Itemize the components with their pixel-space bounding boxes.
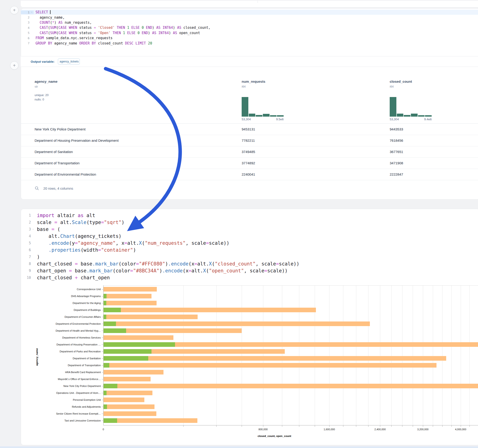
code-line[interactable]: 3 COUNT(*) AS num_requests, (21, 20, 478, 25)
code-line[interactable]: 9chart_open = base.mark_bar(color="#8BC3… (22, 267, 478, 274)
x-axis-tick (242, 425, 242, 427)
code-text: base = ( (35, 227, 60, 232)
bar-closed-count (104, 411, 156, 416)
column-header-agency-name[interactable]: agency_name str unique: 20 nulls: 0 (35, 80, 57, 101)
add-cell-button-top[interactable]: + (10, 6, 19, 14)
code-line[interactable]: 5 CAST(SUM(CASE WHEN status = 'Open' THE… (21, 31, 478, 36)
histogram-bar (256, 115, 262, 117)
output-variable-label: Output variable: (31, 60, 55, 63)
y-axis-category-label: Department of Homeless Services (31, 336, 101, 339)
column-name: num_requests (242, 80, 265, 83)
sql-code-editor[interactable]: 1˅SELECT 2 agency_name,3 COUNT(*) AS num… (21, 10, 478, 46)
column-stat-unique: unique: 20 (35, 93, 57, 97)
search-icon[interactable] (35, 186, 39, 191)
code-text: ) (35, 254, 40, 260)
y-axis-tick (102, 296, 103, 296)
bar-open-count (104, 404, 107, 409)
bar-closed-count (104, 418, 197, 423)
y-axis-category-label: Correspondence Unit (31, 288, 101, 291)
bar-open-count (104, 342, 175, 347)
code-line[interactable]: 2scale = alt.Scale(type="sqrt") (22, 219, 478, 226)
code-line[interactable]: 2 agency_name, (21, 15, 478, 20)
line-number: 2 (22, 220, 35, 224)
y-axis-tick (102, 379, 103, 379)
table-cell: 3677651 (390, 150, 403, 154)
line-number: 4 (22, 234, 35, 238)
code-line[interactable]: 4 CAST(SUM(CASE WHEN status = 'Closed' T… (21, 25, 478, 30)
table-cell: 7782211 (242, 138, 255, 143)
code-line[interactable]: 3˅base = ( (22, 226, 478, 233)
y-axis-tick (102, 303, 103, 303)
histogram-bar (425, 115, 432, 117)
code-text: COUNT(*) AS num_requests, (34, 20, 92, 25)
y-axis-category-label: Taxi and Limousine Commission (31, 419, 101, 422)
chevron-down-icon[interactable]: ˅ (31, 228, 34, 230)
histogram-min-label: 53,304 (242, 118, 251, 121)
line-number: 9 (22, 269, 35, 273)
x-axis-tick (402, 425, 402, 427)
column-stat-nulls: nulls: 0 (35, 98, 57, 101)
code-text: chart_closed + chart_open (35, 275, 110, 280)
column-histogram-closed-count (390, 97, 432, 117)
chart-gridline (402, 285, 402, 425)
column-header-num-requests[interactable]: num_requests i64 (242, 80, 265, 88)
code-line[interactable]: 7) (22, 254, 478, 260)
y-axis-category-label: Department of Health and Mental Hyg… (31, 329, 101, 332)
code-text: .encode(y="agency_name", x=alt.X("num_re… (35, 240, 229, 246)
table-cell: New York City Police Department (35, 127, 86, 131)
x-axis-tick (433, 425, 433, 427)
bar-open-count (104, 301, 106, 305)
histogram-labels: 53,304 9.4e6 (390, 118, 432, 121)
column-histogram-num-requests (242, 97, 284, 117)
chart-gridline (356, 285, 356, 425)
x-axis-tick (442, 425, 442, 427)
bar-open-count (104, 322, 116, 326)
code-line[interactable]: 1import altair as alt (22, 212, 478, 219)
line-number: 1˅ (21, 11, 34, 14)
table-row-count: 20 rows, 4 columns (43, 187, 73, 190)
bar-closed-count (104, 370, 164, 374)
x-axis-tick (282, 425, 282, 427)
python-code-editor[interactable]: 1import altair as alt2scale = alt.Scale(… (22, 212, 478, 281)
table-row: Department of Transportation377489234719… (21, 158, 478, 169)
y-axis-category-label: Department of Transportation (31, 364, 101, 367)
code-line[interactable]: 7GROUP BY agency_name ORDER BY closed_co… (21, 41, 478, 46)
table-row: Department of Sanitation37494853677651 (21, 146, 478, 158)
dataframe-rows: New York City Police Department945313194… (21, 124, 478, 180)
y-axis-category-label: Department of Parks and Recreation (31, 350, 101, 353)
code-line[interactable]: 4 alt.Chart(agency_tickets) (22, 233, 478, 240)
code-line[interactable]: 6 .properties(width="container") (22, 247, 478, 254)
y-axis-tick (102, 344, 103, 345)
code-line[interactable]: 10chart_closed + chart_open (22, 274, 478, 281)
chart-gridline (242, 285, 242, 425)
chevron-down-icon[interactable]: ˅ (30, 11, 32, 13)
bar-closed-count (104, 294, 151, 299)
bar-open-count (104, 363, 109, 367)
code-line[interactable]: 8chart_closed = base.mark_bar(color="#FF… (22, 260, 478, 267)
code-line[interactable]: 5 .encode(y="agency_name", x=alt.X("num_… (22, 240, 478, 247)
y-axis-tick (102, 324, 103, 324)
x-axis-tick-label: 800,000 (258, 428, 268, 431)
y-axis-tick (102, 400, 103, 400)
table-cell: 2222847 (390, 172, 403, 176)
table-cell: Department of Transportation (35, 161, 80, 165)
chart-plot-top-border (103, 285, 478, 286)
line-number: 5 (21, 31, 34, 35)
add-cell-button-middle[interactable]: + (10, 61, 19, 70)
bar-closed-count (104, 287, 157, 292)
bar-closed-count (104, 301, 157, 305)
code-text: CAST(SUM(CASE WHEN status = 'Open' THEN … (34, 31, 200, 35)
code-line[interactable]: 1˅SELECT (21, 10, 478, 15)
chart-gridline (315, 285, 315, 425)
output-variable-pill[interactable]: agency_tickets (58, 59, 80, 64)
table-cell: Department of Housing Preservation and D… (35, 138, 119, 143)
chart-gridline (343, 285, 343, 425)
column-type: i64 (390, 85, 412, 88)
chart-gridline (433, 285, 433, 425)
table-cell: 9443533 (390, 127, 403, 131)
bar-closed-count (104, 384, 478, 388)
bar-closed-count (104, 315, 198, 319)
column-header-closed-count[interactable]: closed_count i64 (390, 80, 412, 88)
line-number: 10 (22, 276, 35, 280)
code-line[interactable]: 6FROM sample_data.nyc.service_requests (21, 36, 478, 41)
